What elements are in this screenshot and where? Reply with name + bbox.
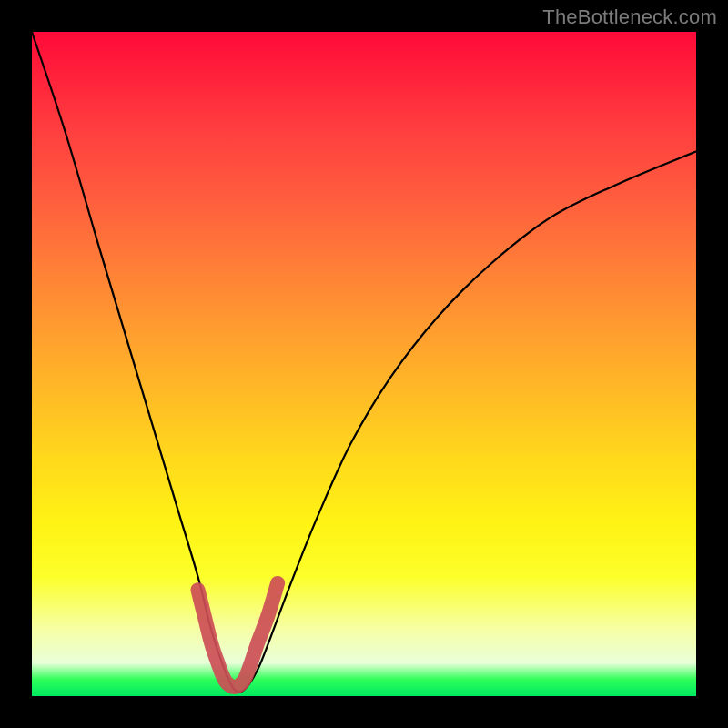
bottleneck-curve — [32, 32, 696, 693]
chart-frame: TheBottleneck.com — [0, 0, 728, 728]
watermark-text: TheBottleneck.com — [542, 5, 717, 29]
curve-layer — [32, 32, 696, 696]
plot-area — [32, 32, 696, 696]
marker-band — [198, 583, 278, 687]
